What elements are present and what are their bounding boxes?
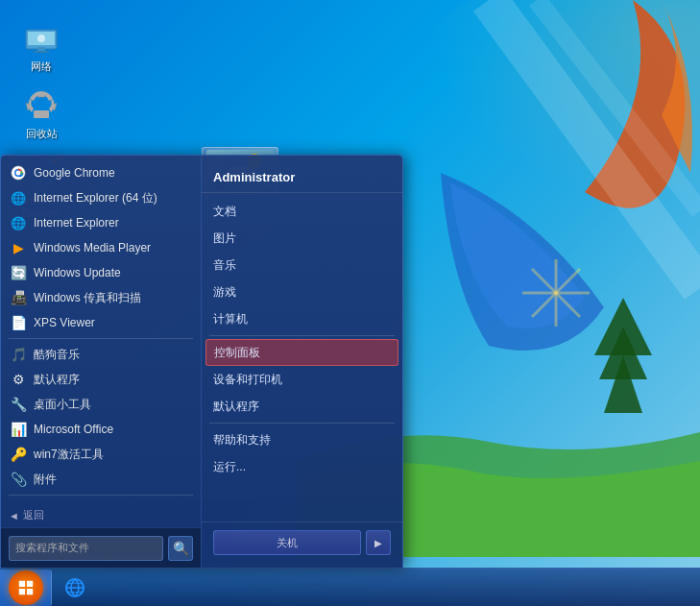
start-menu-item-music[interactable]: 🎵 酷狗音乐 <box>1 342 201 367</box>
right-menu-help[interactable]: 帮助和支持 <box>202 426 402 453</box>
win7tools-label: win7激活工具 <box>34 447 104 463</box>
user-name: Administrator <box>202 160 402 193</box>
start-menu-list: Google Chrome 🌐 Internet Explorer (64 位)… <box>1 156 201 501</box>
right-separator-1 <box>209 335 395 336</box>
back-arrow-icon: ◄ <box>9 510 19 521</box>
recycle-label: 回收站 <box>26 128 58 140</box>
start-menu-right-panel: Administrator 文档 图片 音乐 游戏 计算机 控制面板 设备和打印… <box>202 156 402 568</box>
win7tools-icon: 🔑 <box>9 445 28 464</box>
svg-point-14 <box>37 35 45 42</box>
right-menu-docs[interactable]: 文档 <box>202 198 402 225</box>
start-menu-item-office[interactable]: 📊 Microsoft Office <box>1 417 201 442</box>
start-menu-item-addon[interactable]: 📎 附件 <box>1 467 201 492</box>
music-icon: 🎵 <box>9 345 28 364</box>
svg-marker-3 <box>604 355 642 413</box>
start-orb <box>9 570 43 605</box>
right-menu-pics[interactable]: 图片 <box>202 225 402 252</box>
ie64-label: Internet Explorer (64 位) <box>34 190 157 206</box>
search-placeholder: 搜索程序和文件 <box>15 541 89 555</box>
svg-line-7 <box>532 269 580 317</box>
network-icon <box>22 18 60 57</box>
right-menu-music[interactable]: 音乐 <box>202 252 402 279</box>
shutdown-label: 关机 <box>277 536 298 550</box>
right-music-label: 音乐 <box>213 257 236 274</box>
controlpanel-label: 控制面板 <box>214 345 260 361</box>
update-icon: 🔄 <box>9 263 28 282</box>
start-menu: Google Chrome 🌐 Internet Explorer (64 位)… <box>0 155 403 568</box>
chrome-icon <box>9 163 28 182</box>
shutdown-button[interactable]: 关机 <box>213 530 361 555</box>
start-menu-item-chrome[interactable]: Google Chrome <box>1 160 201 185</box>
desktools-icon: 🔧 <box>9 395 28 414</box>
desktop: 网络 回收站 <box>0 0 700 606</box>
svg-point-0 <box>393 0 700 259</box>
desktop-icon-network[interactable]: 网络 <box>8 14 75 77</box>
start-menu-item-mediaplayer[interactable]: ▶ Windows Media Player <box>1 235 201 260</box>
chrome-label: Google Chrome <box>34 166 115 180</box>
pics-label: 图片 <box>213 230 236 247</box>
shutdown-arrow-button[interactable]: ▶ <box>366 530 391 555</box>
xpsviewer-label: XPS Viewer <box>34 316 95 329</box>
ie64-icon: 🌐 <box>9 188 28 207</box>
right-menu-controlpanel[interactable]: 控制面板 <box>205 339 398 366</box>
right-run-label: 运行... <box>213 459 246 475</box>
ie-icon: 🌐 <box>9 213 28 232</box>
back-button[interactable]: ◄ 返回 <box>1 503 201 527</box>
addon-icon: 📎 <box>9 470 28 489</box>
games-label: 游戏 <box>213 284 236 301</box>
ie-label: Internet Explorer <box>34 216 119 230</box>
office-icon: 📊 <box>9 420 28 439</box>
start-menu-item-defaults[interactable]: ⚙ 默认程序 <box>1 367 201 392</box>
start-menu-item-update[interactable]: 🔄 Windows Update <box>1 260 201 285</box>
search-icon: 🔍 <box>173 541 189 556</box>
mediaplayer-label: Windows Media Player <box>34 241 151 255</box>
start-menu-item-haogame[interactable]: 🐬 海豚网游加速器 <box>1 498 201 501</box>
music-label: 酷狗音乐 <box>34 347 80 363</box>
defaults-label: 默认程序 <box>34 372 80 388</box>
right-menu-defaultprograms[interactable]: 默认程序 <box>202 393 402 420</box>
xpsviewer-icon: 📄 <box>9 313 28 332</box>
right-menu-games[interactable]: 游戏 <box>202 279 402 305</box>
search-button[interactable]: 🔍 <box>168 536 193 561</box>
svg-line-6 <box>532 269 580 317</box>
right-menu-computer[interactable]: 计算机 <box>202 305 402 332</box>
start-menu-item-xpsviewer[interactable]: 📄 XPS Viewer <box>1 310 201 335</box>
taskbar-icons <box>57 570 93 606</box>
separator-1 <box>9 338 193 339</box>
right-separator-2 <box>209 423 395 424</box>
right-menu-devices[interactable]: 设备和打印机 <box>202 366 402 393</box>
svg-rect-12 <box>34 51 49 53</box>
addon-label: 附件 <box>34 472 57 488</box>
shutdown-arrow-icon: ▶ <box>374 538 382 548</box>
start-menu-item-ie64[interactable]: 🌐 Internet Explorer (64 位) <box>1 185 201 210</box>
taskbar <box>0 568 700 606</box>
desktools-label: 桌面小工具 <box>34 397 91 413</box>
mediaplayer-icon: ▶ <box>9 238 28 257</box>
start-menu-item-ie[interactable]: 🌐 Internet Explorer <box>1 210 201 235</box>
svg-rect-11 <box>37 47 45 51</box>
network-label: 网络 <box>31 61 52 73</box>
start-menu-item-desktools[interactable]: 🔧 桌面小工具 <box>1 392 201 417</box>
update-label: Windows Update <box>34 266 121 279</box>
svg-line-1 <box>489 0 700 288</box>
start-button[interactable] <box>0 570 52 606</box>
start-menu-item-faxscan[interactable]: 📠 Windows 传真和扫描 <box>1 285 201 310</box>
faxscan-icon: 📠 <box>9 288 28 307</box>
svg-point-22 <box>16 171 21 176</box>
faxscan-label: Windows 传真和扫描 <box>34 290 141 306</box>
help-label: 帮助和支持 <box>213 432 271 448</box>
defaults-icon: ⚙ <box>9 370 28 389</box>
separator-2 <box>9 495 193 496</box>
search-box[interactable]: 搜索程序和文件 <box>9 536 163 561</box>
right-bottom-bar: 关机 ▶ <box>202 521 402 563</box>
svg-rect-15 <box>34 110 49 118</box>
start-menu-left-panel: Google Chrome 🌐 Internet Explorer (64 位)… <box>1 156 202 568</box>
computer-label: 计算机 <box>213 311 248 327</box>
svg-marker-4 <box>599 327 647 379</box>
taskbar-icon-ie[interactable] <box>57 570 93 606</box>
start-menu-item-win7tools[interactable]: 🔑 win7激活工具 <box>1 442 201 467</box>
desktop-icon-recycle[interactable]: 回收站 <box>8 82 75 144</box>
svg-line-2 <box>537 0 700 211</box>
back-label: 返回 <box>23 508 44 522</box>
right-menu-run[interactable]: 运行... <box>202 453 402 480</box>
